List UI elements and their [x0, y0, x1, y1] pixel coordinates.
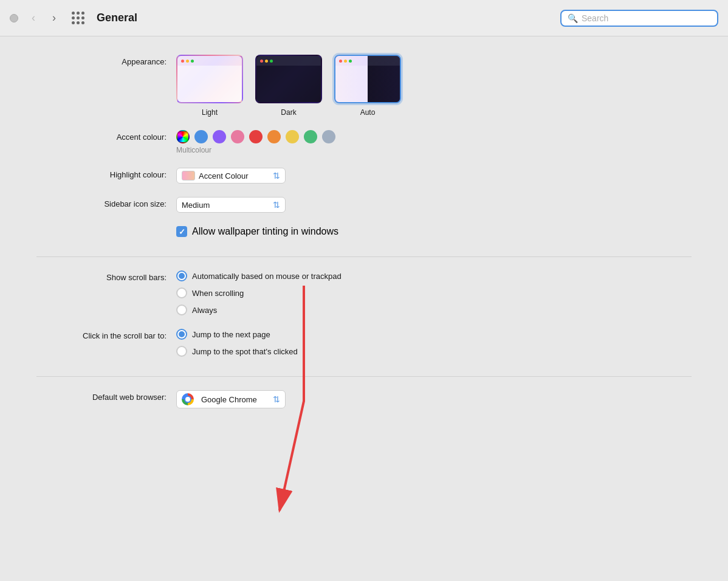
search-icon: 🔍 — [568, 13, 578, 23]
appearance-label: Appearance: — [36, 55, 176, 68]
appearance-options: Light Dark Auto — [176, 55, 401, 117]
click-scroll-label-spot: Jump to the spot that's clicked — [192, 347, 298, 356]
scroll-bars-option-always[interactable]: Always — [176, 304, 342, 315]
highlight-colour-label: Highlight colour: — [36, 168, 176, 181]
search-box: 🔍 — [560, 10, 718, 27]
accent-dot-green[interactable] — [304, 130, 317, 143]
click-scroll-option-next[interactable]: Jump to the next page — [176, 329, 298, 340]
scroll-bars-option-auto[interactable]: Automatically based on mouse or trackpad — [176, 270, 342, 281]
accent-dot-graphite[interactable] — [322, 130, 335, 143]
default-web-browser-select[interactable]: Google Chrome ⇅ — [176, 390, 286, 408]
scroll-bars-radio-always[interactable] — [176, 304, 187, 315]
sidebar-icon-size-row: Sidebar icon size: Medium ⇅ — [36, 197, 692, 213]
wallpaper-tinting-checkbox[interactable]: ✓ — [176, 226, 187, 237]
accent-colour-row: Accent colour: Multicolour — [36, 130, 692, 154]
click-scroll-label-next: Jump to the next page — [192, 330, 270, 339]
chevron-up-down-icon: ⇅ — [273, 171, 280, 180]
default-web-browser-label: Default web browser: — [36, 390, 176, 404]
separator-2 — [36, 376, 692, 377]
show-scroll-bars-label: Show scroll bars: — [36, 270, 176, 284]
traffic-light — [10, 14, 18, 22]
chevron-up-down-icon-3: ⇅ — [273, 394, 280, 404]
appearance-thumbnail-auto — [334, 55, 401, 103]
forward-button[interactable]: › — [49, 9, 60, 27]
appearance-option-label-auto: Auto — [360, 108, 376, 117]
click-scroll-bar-label: Click in the scroll bar to: — [36, 329, 176, 342]
scroll-bars-option-scrolling[interactable]: When scrolling — [176, 287, 342, 298]
accent-dot-orange[interactable] — [267, 130, 281, 143]
checkmark-icon: ✓ — [179, 227, 185, 236]
highlight-colour-value: Accent Colour — [199, 171, 249, 180]
accent-selected-label: Multicolour — [176, 146, 211, 154]
accent-dot-red[interactable] — [249, 130, 263, 143]
separator — [36, 256, 692, 257]
appearance-thumbnail-dark — [255, 55, 322, 103]
highlight-colour-select[interactable]: Accent Colour ⇅ — [176, 168, 286, 184]
click-scroll-option-spot[interactable]: Jump to the spot that's clicked — [176, 346, 298, 357]
wallpaper-tinting-row: ✓ Allow wallpaper tinting in windows — [36, 226, 692, 237]
highlight-colour-row: Highlight colour: Accent Colour ⇅ — [36, 168, 692, 184]
click-scroll-bar-options: Jump to the next page Jump to the spot t… — [176, 329, 298, 357]
search-input[interactable] — [582, 13, 711, 23]
sidebar-icon-size-label: Sidebar icon size: — [36, 197, 176, 210]
appearance-row: Appearance: Light Dark — [36, 55, 692, 117]
main-content: Appearance: Light Dark — [0, 36, 728, 440]
chevron-up-down-icon-2: ⇅ — [273, 200, 280, 210]
default-web-browser-row: Default web browser: Google Chrome ⇅ — [36, 390, 692, 408]
sidebar-icon-size-value: Medium — [182, 201, 210, 210]
show-scroll-bars-row: Show scroll bars: Automatically based on… — [36, 270, 692, 315]
appearance-option-dark[interactable]: Dark — [255, 55, 322, 117]
page-title: General — [97, 12, 551, 24]
scroll-bars-label-auto: Automatically based on mouse or trackpad — [192, 272, 342, 281]
back-button[interactable]: ‹ — [28, 9, 39, 27]
scroll-bars-label-always: Always — [192, 306, 217, 315]
default-web-browser-value: Google Chrome — [201, 395, 257, 404]
wallpaper-tinting-label — [36, 226, 176, 227]
accent-dot-yellow[interactable] — [286, 130, 299, 143]
titlebar: ‹ › General 🔍 — [0, 0, 728, 36]
chrome-icon — [182, 393, 194, 405]
scroll-bars-radio-scrolling[interactable] — [176, 287, 187, 298]
scroll-bars-radio-auto[interactable] — [176, 270, 187, 281]
accent-dot-purple[interactable] — [213, 130, 226, 143]
appearance-option-label-dark: Dark — [281, 108, 296, 117]
appearance-thumbnail-light — [176, 55, 243, 103]
accent-dot-blue[interactable] — [194, 130, 208, 143]
appearance-option-label-light: Light — [202, 108, 218, 117]
highlight-colour-swatch — [182, 171, 195, 180]
grid-button[interactable] — [69, 9, 87, 27]
appearance-option-auto[interactable]: Auto — [334, 55, 401, 117]
sidebar-icon-size-select[interactable]: Medium ⇅ — [176, 197, 286, 213]
wallpaper-tinting-checkbox-row: ✓ Allow wallpaper tinting in windows — [176, 226, 338, 237]
wallpaper-tinting-option-label: Allow wallpaper tinting in windows — [192, 226, 338, 237]
scroll-bars-label-scrolling: When scrolling — [192, 289, 244, 298]
click-scroll-radio-next[interactable] — [176, 329, 187, 340]
accent-dot-multicolour[interactable] — [176, 130, 190, 143]
click-scroll-bar-row: Click in the scroll bar to: Jump to the … — [36, 329, 692, 357]
click-scroll-radio-spot[interactable] — [176, 346, 187, 357]
show-scroll-bars-options: Automatically based on mouse or trackpad… — [176, 270, 342, 315]
accent-colors — [176, 130, 335, 143]
accent-dot-pink[interactable] — [231, 130, 244, 143]
accent-colour-label: Accent colour: — [36, 130, 176, 143]
appearance-option-light[interactable]: Light — [176, 55, 243, 117]
